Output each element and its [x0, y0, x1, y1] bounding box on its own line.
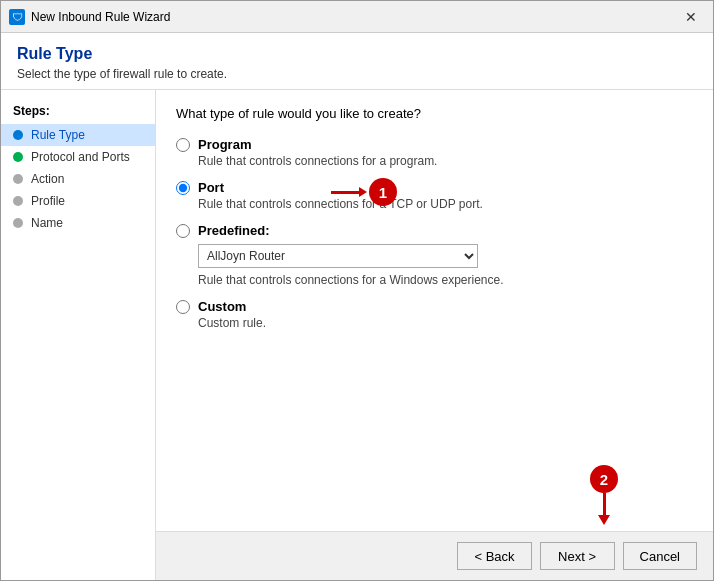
sidebar-item-profile[interactable]: Profile: [1, 190, 155, 212]
window-title: New Inbound Rule Wizard: [31, 10, 677, 24]
sidebar-item-name[interactable]: Name: [1, 212, 155, 234]
cancel-button[interactable]: Cancel: [623, 542, 697, 570]
footer: < Back Next > Cancel: [156, 531, 713, 580]
arrow1-line: [331, 191, 359, 194]
dot-action: [13, 174, 23, 184]
window-icon: 🛡: [9, 9, 25, 25]
steps-label: Steps:: [1, 100, 155, 124]
radio-custom[interactable]: [176, 300, 190, 314]
desc-port: Rule that controls connections for a TCP…: [198, 197, 693, 211]
label-custom[interactable]: Custom: [198, 299, 246, 314]
option-port: Port 1 Rule that controls connections fo…: [176, 180, 693, 211]
sidebar-item-protocol-ports[interactable]: Protocol and Ports: [1, 146, 155, 168]
page-title: Rule Type: [17, 45, 697, 63]
badge1-container: 1: [331, 178, 397, 206]
main-panel-wrapper: What type of rule would you like to crea…: [156, 90, 713, 580]
arrow1-head-left: [359, 187, 367, 197]
svg-text:🛡: 🛡: [12, 11, 23, 23]
dot-rule-type: [13, 130, 23, 140]
question-text: What type of rule would you like to crea…: [176, 106, 693, 121]
page-header: Rule Type Select the type of firewall ru…: [1, 33, 713, 90]
radio-program[interactable]: [176, 138, 190, 152]
label-program[interactable]: Program: [198, 137, 251, 152]
page-subtitle: Select the type of firewall rule to crea…: [17, 67, 697, 81]
label-predefined[interactable]: Predefined:: [198, 223, 270, 238]
desc-predefined: Rule that controls connections for a Win…: [198, 273, 693, 287]
arrow2-line: [603, 493, 606, 515]
badge2-circle: 2: [590, 465, 618, 493]
label-port[interactable]: Port: [198, 180, 224, 195]
sidebar-item-rule-type[interactable]: Rule Type: [1, 124, 155, 146]
wizard-window: 🛡 New Inbound Rule Wizard ✕ Rule Type Se…: [0, 0, 714, 581]
sidebar-label-action: Action: [31, 172, 64, 186]
sidebar-label-name: Name: [31, 216, 63, 230]
option-custom: Custom Custom rule.: [176, 299, 693, 330]
badge1-circle: 1: [369, 178, 397, 206]
option-predefined: Predefined: AllJoyn Router Rule that con…: [176, 223, 693, 287]
content-area: Steps: Rule Type Protocol and Ports Acti…: [1, 90, 713, 580]
back-button[interactable]: < Back: [457, 542, 531, 570]
sidebar-label-profile: Profile: [31, 194, 65, 208]
desc-custom: Custom rule.: [198, 316, 693, 330]
sidebar-label-rule-type: Rule Type: [31, 128, 85, 142]
option-program: Program Rule that controls connections f…: [176, 137, 693, 168]
predefined-dropdown[interactable]: AllJoyn Router: [198, 244, 478, 268]
desc-program: Rule that controls connections for a pro…: [198, 154, 693, 168]
dot-name: [13, 218, 23, 228]
sidebar: Steps: Rule Type Protocol and Ports Acti…: [1, 90, 156, 580]
badge2-container: 2: [590, 465, 618, 525]
radio-predefined[interactable]: [176, 224, 190, 238]
close-button[interactable]: ✕: [677, 6, 705, 28]
radio-port[interactable]: [176, 181, 190, 195]
main-panel: What type of rule would you like to crea…: [156, 90, 713, 531]
dot-protocol-ports: [13, 152, 23, 162]
sidebar-label-protocol-ports: Protocol and Ports: [31, 150, 130, 164]
dot-profile: [13, 196, 23, 206]
arrow2-head: [598, 515, 610, 525]
next-button[interactable]: Next >: [540, 542, 615, 570]
titlebar: 🛡 New Inbound Rule Wizard ✕: [1, 1, 713, 33]
sidebar-item-action[interactable]: Action: [1, 168, 155, 190]
